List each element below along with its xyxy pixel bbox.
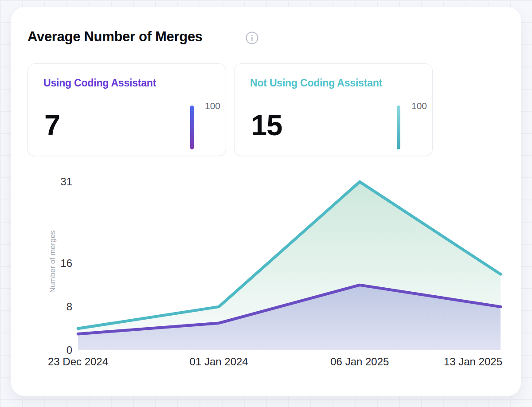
y-tick-label: 31 <box>32 175 72 188</box>
x-axis-label: 01 Jan 2024 <box>190 356 248 368</box>
stat-value-using-assistant: 7 <box>44 111 60 140</box>
stat-title-not-using-assistant: Not Using Coding Assistant <box>250 77 382 89</box>
x-axis-label: 23 Dec 2024 <box>48 356 108 368</box>
gauge-max-label: 100 <box>205 101 220 111</box>
page-title: Average Number of Merges <box>27 28 203 45</box>
merges-area-chart <box>75 177 505 355</box>
x-axis-label: 06 Jan 2025 <box>330 356 389 368</box>
info-icon[interactable] <box>245 31 259 45</box>
stat-cards-row: Using Coding Assistant 7 100 Not Using C… <box>27 63 433 156</box>
stat-value-not-using-assistant: 15 <box>251 111 282 140</box>
stat-card-using-assistant: Using Coding Assistant 7 100 <box>27 63 226 156</box>
gauge-bar-using-assistant <box>190 106 194 149</box>
y-tick-label: 8 <box>32 300 72 313</box>
gauge-bar-not-using-assistant <box>397 106 400 149</box>
y-tick-label: 16 <box>32 257 72 270</box>
y-tick-label: 0 <box>32 344 72 357</box>
stat-title-using-assistant: Using Coding Assistant <box>43 77 156 89</box>
gauge-max-label: 100 <box>411 101 427 111</box>
x-axis-label: 13 Jan 2025 <box>444 356 502 368</box>
merges-panel: Average Number of Merges Using Coding As… <box>11 7 521 396</box>
stat-card-not-using-assistant: Not Using Coding Assistant 15 100 <box>234 63 433 156</box>
